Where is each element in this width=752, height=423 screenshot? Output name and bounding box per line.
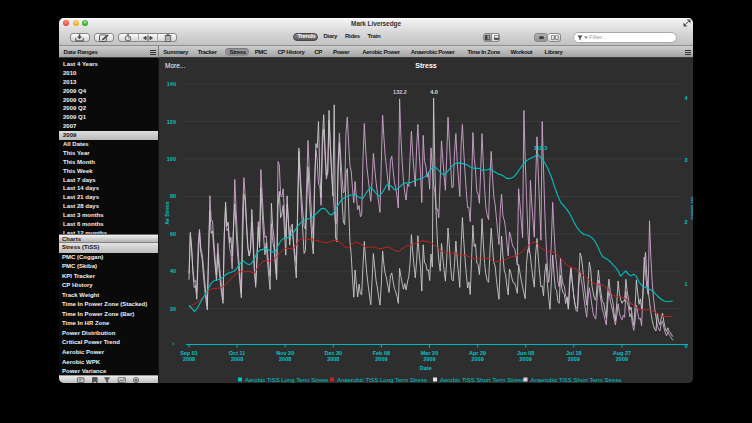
svg-text:4: 4 xyxy=(685,95,689,101)
svg-text:Oct 11: Oct 11 xyxy=(229,350,246,356)
svg-text:Jun 08: Jun 08 xyxy=(517,350,534,356)
svg-text:2: 2 xyxy=(685,219,688,225)
svg-text:2009: 2009 xyxy=(616,356,628,362)
svg-text:Anaerobic TiSS Short Term Stre: Anaerobic TiSS Short Term Stress xyxy=(531,377,622,383)
svg-text:An Stress: An Stress xyxy=(690,196,694,220)
svg-text:˄: ˄ xyxy=(172,341,175,347)
svg-text:2008: 2008 xyxy=(279,356,291,362)
svg-text:Stress: Stress xyxy=(415,62,437,69)
svg-text:112.3: 112.3 xyxy=(534,145,547,151)
svg-text:Aug 27: Aug 27 xyxy=(613,350,631,356)
svg-text:Dec 30: Dec 30 xyxy=(324,350,342,356)
svg-text:Date: Date xyxy=(420,365,432,371)
svg-text:2008: 2008 xyxy=(231,356,243,362)
svg-text:More...: More... xyxy=(165,62,185,69)
svg-text:100: 100 xyxy=(167,156,176,162)
svg-text:132.2: 132.2 xyxy=(393,89,407,95)
svg-text:Apr 29: Apr 29 xyxy=(469,350,486,356)
svg-text:3: 3 xyxy=(685,157,688,163)
svg-text:0: 0 xyxy=(685,343,688,349)
svg-text:Anaerobic TiSS Long Term Stres: Anaerobic TiSS Long Term Stress xyxy=(337,377,427,383)
svg-text:2009: 2009 xyxy=(520,356,532,362)
svg-text:2009: 2009 xyxy=(471,356,483,362)
svg-text:2009: 2009 xyxy=(568,356,580,362)
svg-text:2008: 2008 xyxy=(183,356,195,362)
svg-text:Feb 08: Feb 08 xyxy=(373,350,390,356)
svg-text:120: 120 xyxy=(167,119,176,125)
svg-text:60: 60 xyxy=(170,231,176,237)
svg-text:Aerobic TiSS Short Term Stress: Aerobic TiSS Short Term Stress xyxy=(440,377,524,383)
svg-text:40: 40 xyxy=(170,268,176,274)
svg-text:4.0: 4.0 xyxy=(430,89,438,95)
svg-text:2009: 2009 xyxy=(423,356,435,362)
svg-text:Mar 20: Mar 20 xyxy=(421,350,438,356)
svg-text:Nov 20: Nov 20 xyxy=(276,350,294,356)
svg-text:Jul 18: Jul 18 xyxy=(566,350,582,356)
svg-text:2008: 2008 xyxy=(327,356,339,362)
svg-text:Sep 01: Sep 01 xyxy=(180,350,198,356)
svg-text:140: 140 xyxy=(167,81,176,87)
svg-text:Ae Stress: Ae Stress xyxy=(164,201,170,224)
svg-text:1: 1 xyxy=(685,281,688,287)
svg-text:Aerobic TiSS Long Term Stress: Aerobic TiSS Long Term Stress xyxy=(245,377,328,383)
svg-text:20: 20 xyxy=(170,306,176,312)
svg-text:80: 80 xyxy=(170,193,176,199)
svg-text:2009: 2009 xyxy=(375,356,387,362)
